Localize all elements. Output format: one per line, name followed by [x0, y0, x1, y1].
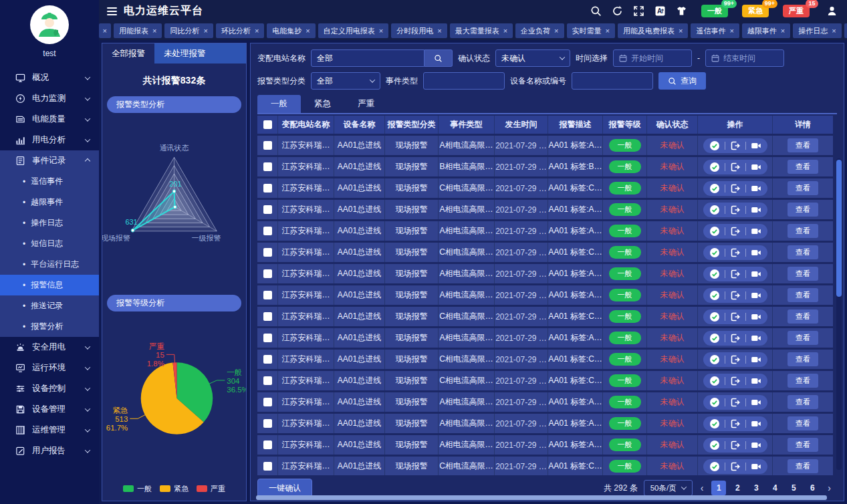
row-checkbox[interactable]: [263, 227, 272, 235]
confirm-icon[interactable]: [709, 162, 720, 172]
sidebar-item-电能质量[interactable]: 电能质量: [0, 109, 99, 130]
prev-page-button[interactable]: ‹: [699, 483, 706, 493]
query-button[interactable]: 查询: [658, 72, 706, 90]
row-checkbox[interactable]: [263, 205, 272, 214]
sidebar-item-运行环境[interactable]: 运行环境: [0, 358, 99, 378]
forward-icon[interactable]: [730, 140, 741, 151]
forward-icon[interactable]: [730, 162, 741, 172]
sidebar-subitem-操作日志[interactable]: •操作日志: [0, 213, 99, 233]
confirm-icon[interactable]: [709, 247, 720, 258]
legend-item-严重[interactable]: 严重: [197, 484, 225, 494]
sidebar-subitem-平台运行日志[interactable]: •平台运行日志: [0, 254, 99, 275]
forward-icon[interactable]: [730, 290, 741, 301]
search-icon[interactable]: [590, 5, 602, 17]
close-icon[interactable]: ×: [152, 27, 156, 35]
camera-icon[interactable]: [751, 205, 761, 215]
tab-环比分析[interactable]: 环比分析×: [216, 23, 264, 38]
forward-icon[interactable]: [730, 269, 741, 279]
next-page-button[interactable]: ›: [826, 483, 833, 493]
tab-同比分析[interactable]: 同比分析×: [164, 23, 213, 38]
sidebar-subitem-越限事件[interactable]: •越限事件: [0, 192, 99, 213]
station-input[interactable]: [311, 49, 425, 67]
tab-电能集抄[interactable]: 电能集抄×: [267, 23, 315, 38]
forward-icon[interactable]: [730, 205, 741, 215]
page-button-3[interactable]: 3: [749, 481, 763, 495]
tab-用能报表[interactable]: 用能报表×: [114, 23, 162, 38]
camera-icon[interactable]: [751, 140, 761, 151]
forward-icon[interactable]: [730, 226, 741, 237]
tab-最大需量报表[interactable]: 最大需量报表×: [450, 23, 513, 38]
row-checkbox[interactable]: [263, 141, 272, 150]
close-icon[interactable]: ×: [729, 27, 733, 35]
avatar[interactable]: [30, 5, 69, 44]
horizontal-scrollbar-thumb[interactable]: [256, 495, 827, 500]
page-button-2[interactable]: 2: [730, 481, 745, 495]
sidebar-subitem-短信日志[interactable]: •短信日志: [0, 233, 99, 254]
view-button[interactable]: 查看: [788, 395, 818, 409]
view-button[interactable]: 查看: [788, 352, 818, 366]
forward-icon[interactable]: [730, 397, 741, 408]
camera-icon[interactable]: [751, 311, 761, 322]
forward-icon[interactable]: [730, 440, 741, 451]
tab-实时需量[interactable]: 实时需量×: [567, 23, 615, 38]
view-button[interactable]: 查看: [788, 138, 818, 152]
device-name-input[interactable]: [572, 72, 653, 90]
stats-tab-未处理报警[interactable]: 未处理报警: [154, 43, 215, 64]
confirm-icon[interactable]: [709, 461, 720, 472]
forward-icon[interactable]: [730, 461, 741, 472]
row-checkbox[interactable]: [263, 334, 272, 342]
row-checkbox[interactable]: [263, 419, 272, 428]
forward-icon[interactable]: [730, 311, 741, 322]
forward-icon[interactable]: [730, 247, 741, 258]
camera-icon[interactable]: [751, 226, 761, 237]
view-button[interactable]: 查看: [788, 459, 818, 473]
confirm-icon[interactable]: [709, 311, 720, 322]
close-icon[interactable]: ×: [379, 27, 383, 35]
confirm-icon[interactable]: [709, 333, 720, 344]
alarm-badge-3[interactable]: 严重 15: [783, 5, 810, 17]
forward-icon[interactable]: [730, 354, 741, 365]
sidebar-item-事件记录[interactable]: 事件记录: [0, 150, 99, 171]
close-icon[interactable]: ×: [203, 27, 207, 35]
sidebar-item-安全用电[interactable]: 安全用电: [0, 337, 99, 358]
camera-icon[interactable]: [751, 290, 761, 301]
page-size-select[interactable]: 50条/页: [644, 480, 693, 496]
confirm-icon[interactable]: [709, 397, 720, 408]
sidebar-subitem-报警分析[interactable]: •报警分析: [0, 316, 99, 337]
alarm-badge-2[interactable]: 紧急 99+: [742, 5, 769, 17]
close-icon[interactable]: ×: [437, 27, 441, 35]
refresh-icon[interactable]: [612, 5, 623, 17]
close-icon[interactable]: ×: [503, 27, 507, 35]
view-button[interactable]: 查看: [788, 416, 818, 430]
page-button-5[interactable]: 5: [786, 481, 801, 495]
view-button[interactable]: 查看: [788, 181, 818, 195]
confirm-icon[interactable]: [709, 290, 720, 301]
level-tab-紧急[interactable]: 紧急: [301, 95, 344, 113]
tab-遥信事件[interactable]: 遥信事件×: [691, 23, 739, 38]
sidebar-item-用户报告[interactable]: 用户报告: [0, 440, 99, 461]
confirm-icon[interactable]: [709, 440, 720, 451]
camera-icon[interactable]: [751, 376, 761, 386]
camera-icon[interactable]: [751, 461, 761, 472]
level-tab-严重[interactable]: 严重: [344, 95, 388, 113]
close-icon[interactable]: ×: [606, 27, 610, 35]
theme-icon[interactable]: [676, 5, 687, 17]
vertical-scrollbar-thumb[interactable]: [836, 160, 842, 297]
row-checkbox[interactable]: [263, 398, 272, 406]
level-tab-一般[interactable]: 一般: [257, 95, 301, 113]
sidebar-item-用电分析[interactable]: 用电分析: [0, 130, 99, 150]
row-checkbox[interactable]: [263, 184, 272, 193]
confirm-icon[interactable]: [709, 354, 720, 365]
alarm-badge-1[interactable]: 一般 99+: [701, 5, 728, 17]
menu-toggle-icon[interactable]: [107, 7, 117, 15]
camera-icon[interactable]: [751, 333, 761, 344]
vertical-scrollbar[interactable]: [836, 158, 842, 470]
select-all-checkbox[interactable]: [263, 120, 272, 129]
camera-icon[interactable]: [751, 418, 761, 429]
category-select[interactable]: 全部: [311, 72, 380, 90]
tab-越限事件[interactable]: 越限事件×: [742, 23, 790, 38]
camera-icon[interactable]: [751, 269, 761, 279]
camera-icon[interactable]: [751, 247, 761, 258]
tab-企业负荷[interactable]: 企业负荷×: [515, 23, 564, 38]
start-time-input[interactable]: 开始时间: [613, 49, 692, 67]
